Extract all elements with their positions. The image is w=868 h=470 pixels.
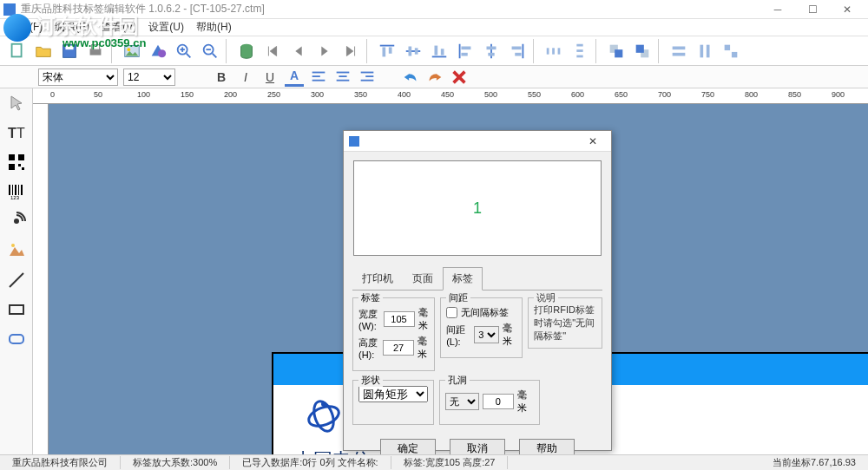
- svg-rect-32: [512, 46, 522, 49]
- svg-rect-49: [732, 51, 737, 56]
- align-top-button[interactable]: [375, 39, 399, 63]
- align-center-text-button[interactable]: [333, 68, 352, 87]
- svg-point-73: [11, 244, 15, 247]
- svg-rect-29: [487, 46, 496, 49]
- svg-rect-47: [707, 44, 710, 57]
- delete-button[interactable]: [450, 68, 469, 87]
- svg-rect-69: [18, 185, 19, 195]
- svg-rect-44: [673, 46, 686, 49]
- svg-rect-76: [10, 335, 23, 343]
- telecom-logo-icon: [305, 397, 343, 435]
- svg-point-77: [306, 402, 342, 429]
- svg-text:123: 123: [10, 195, 20, 200]
- image-tool[interactable]: [3, 238, 30, 264]
- bring-front-button[interactable]: [604, 39, 628, 63]
- minimize-button[interactable]: [760, 0, 795, 19]
- align-hcenter-button[interactable]: [479, 39, 503, 63]
- shape-button[interactable]: [146, 39, 170, 63]
- svg-rect-33: [515, 52, 521, 55]
- align-left-button[interactable]: [453, 39, 477, 63]
- svg-rect-26: [461, 46, 470, 49]
- status-import: 已导入数据库:0行 0列 文件名称:: [230, 456, 391, 469]
- nogap-checkbox[interactable]: [446, 307, 457, 318]
- menu-settings[interactable]: 设置(U): [148, 20, 184, 35]
- same-width-button[interactable]: [667, 39, 691, 63]
- dialog-titlebar[interactable]: ✕: [344, 131, 611, 152]
- svg-rect-34: [547, 48, 549, 54]
- align-right-text-button[interactable]: [358, 68, 377, 87]
- align-right-button[interactable]: [505, 39, 529, 63]
- align-left-text-button[interactable]: [309, 68, 328, 87]
- svg-rect-38: [576, 49, 582, 52]
- last-button[interactable]: [339, 39, 363, 63]
- svg-text:T: T: [16, 126, 25, 140]
- font-select[interactable]: 宋体: [38, 69, 118, 86]
- distribute-v-button[interactable]: [568, 39, 592, 63]
- bold-button[interactable]: B: [212, 68, 231, 87]
- maximize-button[interactable]: [795, 0, 830, 19]
- text-tool[interactable]: TT: [3, 120, 30, 146]
- hole-select[interactable]: 无: [445, 393, 479, 410]
- distribute-h-button[interactable]: [542, 39, 566, 63]
- tab-label[interactable]: 标签: [443, 267, 483, 290]
- status-size: 标签:宽度105 高度:27: [391, 456, 509, 469]
- watermark-url: www.pc0359.cn: [62, 36, 146, 49]
- qrcode-tool[interactable]: [3, 149, 30, 175]
- svg-rect-0: [12, 43, 22, 56]
- send-back-button[interactable]: [630, 39, 654, 63]
- first-button[interactable]: [260, 39, 285, 63]
- undo-button[interactable]: [401, 68, 420, 87]
- tab-printer[interactable]: 打印机: [352, 267, 403, 290]
- next-button[interactable]: [312, 39, 337, 63]
- database-button[interactable]: [234, 39, 259, 63]
- pointer-tool[interactable]: [3, 90, 30, 116]
- dialog-close-button[interactable]: ✕: [580, 135, 606, 147]
- roundrect-tool[interactable]: [3, 326, 30, 352]
- barcode-tool[interactable]: 123: [3, 179, 30, 205]
- svg-rect-68: [15, 185, 16, 195]
- svg-rect-27: [461, 52, 467, 55]
- redo-button[interactable]: [425, 68, 444, 87]
- same-height-button[interactable]: [693, 39, 717, 63]
- prev-button[interactable]: [286, 39, 311, 63]
- svg-rect-61: [9, 154, 15, 160]
- tab-page[interactable]: 页面: [403, 267, 443, 290]
- label-preview: 1: [353, 160, 602, 256]
- format-toolbar: 宋体 12 B I U A: [0, 66, 868, 88]
- svg-rect-37: [576, 43, 582, 46]
- rfid-tool[interactable]: [3, 208, 30, 234]
- dialog-icon: [349, 136, 359, 147]
- svg-rect-18: [389, 47, 392, 53]
- hole-size-input[interactable]: [483, 394, 514, 409]
- svg-line-13: [213, 53, 217, 57]
- width-label: 宽度(W):: [358, 308, 380, 331]
- shape-select[interactable]: 圆角矩形: [358, 386, 428, 402]
- line-tool[interactable]: [3, 267, 30, 293]
- width-input[interactable]: [384, 311, 415, 327]
- svg-text:T: T: [8, 126, 16, 140]
- status-coord: 当前坐标7.67,16.93: [760, 456, 868, 469]
- svg-rect-64: [18, 164, 21, 166]
- svg-rect-24: [441, 49, 444, 55]
- align-bottom-button[interactable]: [427, 39, 451, 63]
- open-button[interactable]: [31, 39, 56, 63]
- same-size-button[interactable]: [719, 39, 743, 63]
- group-explain: 说明 打印RFID标签时请勾选"无间隔标签": [528, 297, 602, 349]
- height-label: 高度(H):: [358, 336, 379, 360]
- fontcolor-button[interactable]: A: [285, 68, 304, 87]
- italic-button[interactable]: I: [236, 68, 255, 87]
- svg-point-72: [14, 219, 19, 224]
- new-button[interactable]: [5, 39, 30, 63]
- height-input[interactable]: [383, 340, 414, 356]
- rect-tool[interactable]: [3, 297, 30, 323]
- align-vcenter-button[interactable]: [401, 39, 425, 63]
- group-label-size: 标签 宽度(W):毫米 高度(H):毫米: [352, 297, 435, 371]
- gap-select[interactable]: 3: [474, 326, 499, 343]
- underline-button[interactable]: U: [260, 68, 279, 87]
- zoom-in-button[interactable]: [172, 39, 196, 63]
- fontsize-select[interactable]: 12: [123, 69, 175, 86]
- svg-rect-63: [9, 164, 15, 170]
- close-button[interactable]: [830, 0, 865, 19]
- menu-help[interactable]: 帮助(H): [196, 20, 232, 35]
- zoom-out-button[interactable]: [198, 39, 222, 63]
